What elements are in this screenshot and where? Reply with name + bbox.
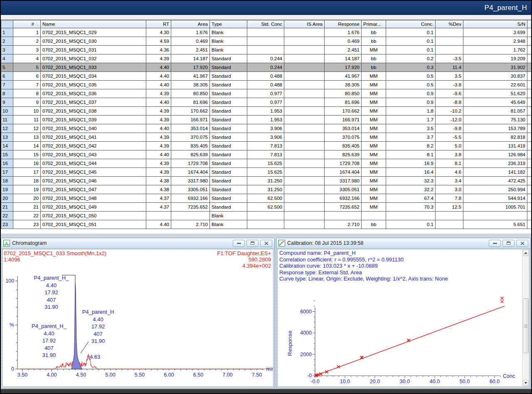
peak-label-group: P4_parent_H4.4017.9240731.90 [76,308,120,345]
calibration-title-bar[interactable]: Calibration: 08 Jul 2015 13:39:58 [276,238,530,249]
peak-value-label: 31.90 [24,352,74,359]
row-header[interactable]: 17 [1,168,13,177]
row-header[interactable]: 7 [1,81,13,89]
table-row[interactable]: 16160702_2015_MSQC1_0444.391729.708Stand… [1,159,532,168]
cell-rt: 4.40 [146,81,171,89]
table-row[interactable]: 12120702_2015_MSQC1_0404.40353.014Standa… [1,124,532,133]
row-header[interactable]: 20 [1,194,13,203]
row-header[interactable]: 9 [1,98,13,107]
table-row[interactable]: 15150702_2015_MSQC1_0434.40825.639Standa… [1,150,532,159]
cell-name: 0702_2015_MSQC1_036 [41,89,146,98]
column-header-sn[interactable]: S/N [463,20,527,28]
trace-info-right: F1:TOF Daughter,ES+ 590.2809 4.394e+002 [217,250,271,269]
row-header[interactable]: 4 [1,54,13,63]
cell-area: 835.405 [171,142,210,150]
table-row[interactable]: 18180702_2015_MSQC1_0464.383317.980Stand… [1,177,532,185]
trace-function-label: F1:TOF Daughter,ES+ [217,250,271,256]
row-header[interactable]: 22 [1,212,13,220]
table-row[interactable]: 880702_2015_MSQC1_0364.3980.850Standard0… [1,89,532,98]
column-header-response[interactable]: Response [325,20,362,28]
cell-num: 19 [13,185,41,194]
close-button[interactable] [260,240,272,247]
scroll-down-button[interactable] [523,380,529,386]
table-row[interactable]: 990702_2015_MSQC1_0374.4081.696Standard0… [1,98,532,107]
scrollbar-thumb[interactable] [523,298,529,353]
table-row[interactable]: 110702_2015_MSQC1_0294.301.676Blank1.676… [1,28,532,37]
cell-type: Blank [210,220,247,229]
calibration-plot-area[interactable]: Compound name: P4_parent_H Correlation c… [277,249,530,387]
scroll-up-button[interactable] [523,250,529,256]
cell-area: 1674.404 [171,168,210,177]
row-header[interactable]: 2 [1,37,13,46]
cell-rt: 4.40 [146,98,171,107]
table-row[interactable]: 17170702_2015_MSQC1_0454.391674.404Stand… [1,168,532,177]
table-row[interactable]: 20200702_2015_MSQC1_0484.376932.166Stand… [1,194,532,203]
row-header[interactable]: 23 [1,220,13,229]
cell-primary: MM [362,124,386,133]
calibration-window-title: Calibration: 08 Jul 2015 13:39:58 [287,240,363,246]
table-row[interactable]: 21210702_2015_MSQC1_0494.377235.652Stand… [1,203,532,212]
table-row[interactable]: 220702_2015_MSQC1_0304.590.469Blank0.469… [1,37,532,46]
table-row[interactable]: 13130702_2015_MSQC1_0414.39370.075Standa… [1,133,532,142]
row-header[interactable]: 13 [1,133,13,142]
row-header[interactable]: 21 [1,203,13,212]
compound-title-bar[interactable]: P4_parent_H [1,1,531,15]
cell-rt: 4.39 [146,54,171,63]
cell-sn: 51.620 [463,89,527,98]
curve-type-line: Curve type: Linear, Origin: Exclude, Wei… [279,276,448,282]
column-header-rt[interactable]: RT [146,20,171,28]
curve-equation-line: Calibration curve: 103.023 * x + -10.088… [279,263,448,269]
table-row[interactable]: 770702_2015_MSQC1_0354.4038.305Standard0… [1,81,532,89]
thumb-grip-icon [524,325,527,328]
row-header[interactable]: 18 [1,177,13,185]
table-row[interactable]: 550702_2015_MSQC1_0334.4017.920Standard0… [1,63,532,72]
column-header-is_area[interactable]: IS Area [284,20,325,28]
cell-rt: 4.40 [146,63,171,72]
table-row[interactable]: 14140702_2015_MSQC1_0424.39835.405Standa… [1,142,532,150]
table-row[interactable]: 19190702_2015_MSQC1_0474.383305.051Stand… [1,185,532,194]
table-row[interactable]: 22220702_2015_MSQC1_050Blank [1,212,532,220]
column-header-name[interactable]: Name [41,20,146,28]
restore-button[interactable] [246,240,259,247]
column-header-num[interactable]: #△ [13,20,41,28]
column-header-std_conc[interactable]: Std. Conc [247,20,284,28]
cell-is_area [284,220,325,229]
row-header[interactable]: 1 [1,28,13,37]
column-header-area[interactable]: Area [171,20,210,28]
row-header[interactable]: 19 [1,185,13,194]
cell-type: Standard [210,185,247,194]
cell-filler [527,107,532,116]
row-header[interactable]: 10 [1,107,13,116]
chromatogram-plot-area[interactable]: 0702_2015_MSQC1_033 Smooth(Mn,1x2) 1:409… [2,249,273,387]
cell-num: 12 [13,124,41,133]
restore-button[interactable] [502,240,515,247]
column-header-dev[interactable]: %Dev [436,20,463,28]
row-header[interactable]: 11 [1,116,13,124]
restore-icon [251,241,254,245]
column-header-conc[interactable]: Conc. [386,20,436,28]
row-header[interactable]: 16 [1,159,13,168]
calibration-scrollbar[interactable] [522,249,529,387]
row-header[interactable]: 3 [1,46,13,54]
row-header[interactable]: 12 [1,124,13,133]
cell-dev: 3.5 [436,72,463,81]
cell-name: 0702_2015_MSQC1_033 [41,63,146,72]
table-row[interactable]: 11110702_2015_MSQC1_0394.39166.971Standa… [1,116,532,124]
table-row[interactable]: 660702_2015_MSQC1_0344.4041.967Standard0… [1,72,532,81]
table-row[interactable]: 23230702_2015_MSQC1_0514.402.710Blank2.7… [1,220,532,229]
column-header-type[interactable]: Type [210,20,247,28]
table-row[interactable]: 330702_2015_MSQC1_0314.362.451Blank2.451… [1,46,532,54]
table-row[interactable]: 440702_2015_MSQC1_0324.3914.187Standard0… [1,54,532,63]
cell-conc: 0.1 [386,28,436,37]
row-header[interactable]: 15 [1,150,13,159]
minimize-button[interactable] [489,240,501,247]
row-header[interactable]: 8 [1,89,13,98]
column-header-primary[interactable]: Primar... [362,20,386,28]
row-header[interactable]: 14 [1,142,13,150]
minimize-button[interactable] [233,240,245,247]
row-header[interactable]: 5 [1,63,13,72]
table-row[interactable]: 10100702_2015_MSQC1_0384.39170.662Standa… [1,107,532,116]
chromatogram-title-bar[interactable]: Chromatogram [1,238,274,249]
close-button[interactable] [516,240,528,247]
row-header[interactable]: 6 [1,72,13,81]
